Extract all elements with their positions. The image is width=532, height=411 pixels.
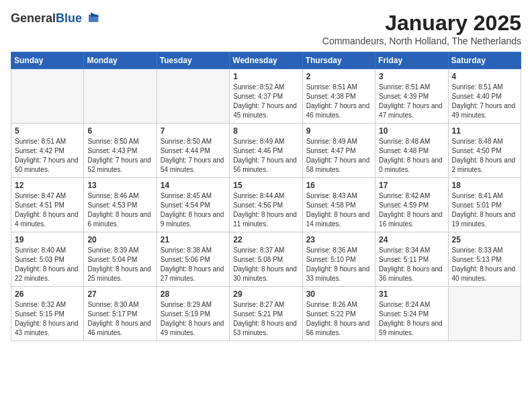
calendar-cell: 4 Sunrise: 8:51 AMSunset: 4:40 PMDayligh… bbox=[448, 69, 521, 124]
day-number: 26 bbox=[15, 289, 80, 299]
calendar-cell: 8 Sunrise: 8:49 AMSunset: 4:46 PMDayligh… bbox=[230, 124, 302, 178]
day-number: 28 bbox=[161, 289, 226, 299]
calendar-cell: 27 Sunrise: 8:30 AMSunset: 5:17 PMDaylig… bbox=[84, 287, 157, 341]
logo: GeneralBlue bbox=[11, 11, 99, 27]
day-number: 9 bbox=[306, 126, 371, 136]
day-info: Sunrise: 8:44 AMSunset: 4:56 PMDaylight:… bbox=[233, 191, 298, 229]
month-title: January 2025 bbox=[322, 11, 521, 36]
day-info: Sunrise: 8:34 AMSunset: 5:11 PMDaylight:… bbox=[379, 246, 444, 283]
day-info: Sunrise: 8:48 AMSunset: 4:48 PMDaylight:… bbox=[379, 137, 444, 175]
calendar-cell: 26 Sunrise: 8:32 AMSunset: 5:15 PMDaylig… bbox=[11, 287, 84, 341]
day-info: Sunrise: 8:43 AMSunset: 4:58 PMDaylight:… bbox=[306, 191, 371, 229]
page-header: GeneralBlue January 2025 Commandeurs, No… bbox=[11, 11, 521, 46]
day-number: 23 bbox=[306, 235, 371, 244]
day-info: Sunrise: 8:51 AMSunset: 4:40 PMDaylight:… bbox=[452, 83, 517, 120]
calendar-cell: 11 Sunrise: 8:48 AMSunset: 4:50 PMDaylig… bbox=[448, 124, 521, 178]
day-number: 4 bbox=[452, 72, 517, 81]
calendar-cell: 13 Sunrise: 8:46 AMSunset: 4:53 PMDaylig… bbox=[84, 178, 157, 232]
day-info: Sunrise: 8:37 AMSunset: 5:08 PMDaylight:… bbox=[233, 246, 298, 283]
day-number: 17 bbox=[379, 181, 444, 190]
day-number: 27 bbox=[87, 289, 152, 299]
day-number: 1 bbox=[233, 72, 298, 81]
weekday-header-row: SundayMondayTuesdayWednesdayThursdayFrid… bbox=[11, 52, 521, 69]
calendar-cell: 17 Sunrise: 8:42 AMSunset: 4:59 PMDaylig… bbox=[375, 178, 448, 232]
day-info: Sunrise: 8:26 AMSunset: 5:22 PMDaylight:… bbox=[306, 300, 371, 338]
day-info: Sunrise: 8:52 AMSunset: 4:37 PMDaylight:… bbox=[233, 83, 298, 120]
day-info: Sunrise: 8:27 AMSunset: 5:21 PMDaylight:… bbox=[233, 300, 298, 338]
calendar-week-row: 1 Sunrise: 8:52 AMSunset: 4:37 PMDayligh… bbox=[11, 69, 521, 124]
day-info: Sunrise: 8:45 AMSunset: 4:54 PMDaylight:… bbox=[161, 191, 226, 229]
day-number: 21 bbox=[161, 235, 226, 244]
day-number: 6 bbox=[87, 126, 152, 136]
day-info: Sunrise: 8:38 AMSunset: 5:06 PMDaylight:… bbox=[161, 246, 226, 283]
calendar-cell: 7 Sunrise: 8:50 AMSunset: 4:44 PMDayligh… bbox=[157, 124, 229, 178]
calendar-cell: 23 Sunrise: 8:36 AMSunset: 5:10 PMDaylig… bbox=[302, 232, 375, 287]
day-info: Sunrise: 8:42 AMSunset: 4:59 PMDaylight:… bbox=[379, 191, 444, 229]
day-number: 7 bbox=[161, 126, 226, 136]
calendar-cell: 15 Sunrise: 8:44 AMSunset: 4:56 PMDaylig… bbox=[230, 178, 302, 232]
day-number: 20 bbox=[87, 235, 152, 244]
calendar-cell bbox=[11, 69, 84, 124]
day-number: 12 bbox=[15, 181, 80, 190]
calendar-cell: 1 Sunrise: 8:52 AMSunset: 4:37 PMDayligh… bbox=[230, 69, 302, 124]
day-info: Sunrise: 8:30 AMSunset: 5:17 PMDaylight:… bbox=[87, 300, 152, 338]
calendar-cell: 12 Sunrise: 8:47 AMSunset: 4:51 PMDaylig… bbox=[11, 178, 84, 232]
calendar-cell: 6 Sunrise: 8:50 AMSunset: 4:43 PMDayligh… bbox=[84, 124, 157, 178]
calendar-cell: 20 Sunrise: 8:39 AMSunset: 5:04 PMDaylig… bbox=[84, 232, 157, 287]
weekday-header: Monday bbox=[84, 52, 157, 69]
weekday-header: Saturday bbox=[448, 52, 521, 69]
day-info: Sunrise: 8:47 AMSunset: 4:51 PMDaylight:… bbox=[15, 191, 80, 229]
day-info: Sunrise: 8:51 AMSunset: 4:38 PMDaylight:… bbox=[306, 83, 371, 120]
calendar-cell bbox=[157, 69, 229, 124]
day-info: Sunrise: 8:32 AMSunset: 5:15 PMDaylight:… bbox=[15, 300, 80, 338]
day-info: Sunrise: 8:51 AMSunset: 4:39 PMDaylight:… bbox=[379, 83, 444, 120]
day-number: 11 bbox=[452, 126, 517, 136]
calendar-cell: 3 Sunrise: 8:51 AMSunset: 4:39 PMDayligh… bbox=[375, 69, 448, 124]
calendar-cell: 25 Sunrise: 8:33 AMSunset: 5:13 PMDaylig… bbox=[448, 232, 521, 287]
calendar-cell: 2 Sunrise: 8:51 AMSunset: 4:38 PMDayligh… bbox=[302, 69, 375, 124]
subtitle: Commandeurs, North Holland, The Netherla… bbox=[322, 36, 521, 46]
day-number: 29 bbox=[233, 289, 298, 299]
day-number: 16 bbox=[306, 181, 371, 190]
day-info: Sunrise: 8:29 AMSunset: 5:19 PMDaylight:… bbox=[161, 300, 226, 338]
day-number: 18 bbox=[452, 181, 517, 190]
day-number: 24 bbox=[379, 235, 444, 244]
calendar-week-row: 12 Sunrise: 8:47 AMSunset: 4:51 PMDaylig… bbox=[11, 178, 521, 232]
logo-blue: Blue bbox=[56, 11, 82, 25]
day-info: Sunrise: 8:41 AMSunset: 5:01 PMDaylight:… bbox=[452, 191, 517, 229]
calendar-cell: 21 Sunrise: 8:38 AMSunset: 5:06 PMDaylig… bbox=[157, 232, 229, 287]
calendar-cell: 31 Sunrise: 8:24 AMSunset: 5:24 PMDaylig… bbox=[375, 287, 448, 341]
day-number: 31 bbox=[379, 289, 444, 299]
calendar-cell: 9 Sunrise: 8:49 AMSunset: 4:47 PMDayligh… bbox=[302, 124, 375, 178]
day-info: Sunrise: 8:48 AMSunset: 4:50 PMDaylight:… bbox=[452, 137, 517, 175]
day-number: 22 bbox=[233, 235, 298, 244]
day-info: Sunrise: 8:33 AMSunset: 5:13 PMDaylight:… bbox=[452, 246, 517, 283]
weekday-header: Sunday bbox=[11, 52, 84, 69]
logo-general: General bbox=[11, 11, 56, 25]
calendar-cell bbox=[448, 287, 521, 341]
day-info: Sunrise: 8:50 AMSunset: 4:44 PMDaylight:… bbox=[161, 137, 226, 175]
day-info: Sunrise: 8:39 AMSunset: 5:04 PMDaylight:… bbox=[87, 246, 152, 283]
day-info: Sunrise: 8:50 AMSunset: 4:43 PMDaylight:… bbox=[87, 137, 152, 175]
weekday-header: Friday bbox=[375, 52, 448, 69]
calendar-cell: 28 Sunrise: 8:29 AMSunset: 5:19 PMDaylig… bbox=[157, 287, 229, 341]
day-info: Sunrise: 8:36 AMSunset: 5:10 PMDaylight:… bbox=[306, 246, 371, 283]
calendar-cell: 19 Sunrise: 8:40 AMSunset: 5:03 PMDaylig… bbox=[11, 232, 84, 287]
day-number: 8 bbox=[233, 126, 298, 136]
day-info: Sunrise: 8:49 AMSunset: 4:46 PMDaylight:… bbox=[233, 137, 298, 175]
day-number: 30 bbox=[306, 289, 371, 299]
calendar-cell: 5 Sunrise: 8:51 AMSunset: 4:42 PMDayligh… bbox=[11, 124, 84, 178]
day-number: 13 bbox=[87, 181, 152, 190]
day-info: Sunrise: 8:51 AMSunset: 4:42 PMDaylight:… bbox=[15, 137, 80, 175]
weekday-header: Tuesday bbox=[157, 52, 229, 69]
day-number: 19 bbox=[15, 235, 80, 244]
calendar-cell: 18 Sunrise: 8:41 AMSunset: 5:01 PMDaylig… bbox=[448, 178, 521, 232]
day-number: 15 bbox=[233, 181, 298, 190]
calendar-week-row: 5 Sunrise: 8:51 AMSunset: 4:42 PMDayligh… bbox=[11, 124, 521, 178]
calendar-cell bbox=[84, 69, 157, 124]
calendar-cell: 24 Sunrise: 8:34 AMSunset: 5:11 PMDaylig… bbox=[375, 232, 448, 287]
day-info: Sunrise: 8:40 AMSunset: 5:03 PMDaylight:… bbox=[15, 246, 80, 283]
calendar-week-row: 26 Sunrise: 8:32 AMSunset: 5:15 PMDaylig… bbox=[11, 287, 521, 341]
weekday-header: Thursday bbox=[302, 52, 375, 69]
day-number: 25 bbox=[452, 235, 517, 244]
